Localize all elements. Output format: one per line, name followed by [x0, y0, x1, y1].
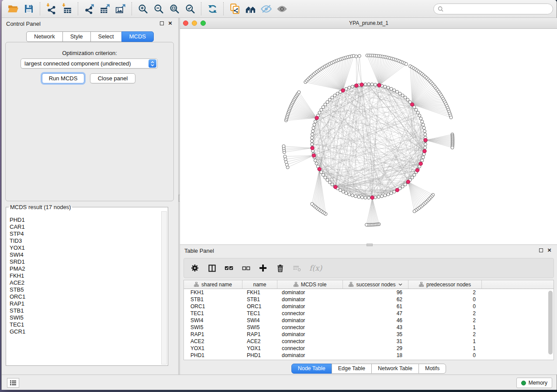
tab-mcds[interactable]: MCDS — [121, 31, 154, 42]
zoom-in-icon — [138, 3, 149, 14]
show-columns-icon[interactable] — [207, 263, 217, 273]
export-image-button[interactable] — [113, 1, 128, 16]
close-panel-button[interactable]: Close panel — [90, 73, 135, 83]
hide-annotations-button[interactable] — [258, 1, 274, 16]
mcds-result-item[interactable]: STB5 — [7, 286, 161, 293]
close-window-icon[interactable] — [183, 21, 188, 26]
memory-button[interactable]: Memory — [516, 378, 552, 388]
table-panel: Table Panel × — [180, 244, 557, 375]
table-panel-title: Table Panel — [184, 248, 214, 254]
zoom-out-button[interactable] — [151, 1, 166, 16]
column-header-successor-nodes[interactable]: successor nodes — [343, 280, 408, 289]
select-all-checkboxes-icon[interactable] — [224, 263, 234, 273]
table-row[interactable]: ORC1ORC1dominator610 — [184, 303, 554, 310]
column-header-MCDS-role[interactable]: MCDS role — [277, 280, 343, 289]
table-row[interactable]: SWI5SWI5connector431 — [184, 324, 554, 331]
cell-shared-name: ORC1 — [184, 303, 242, 310]
cell-successor-nodes: 46 — [343, 317, 408, 324]
mcds-result-item[interactable]: FKH1 — [7, 272, 161, 279]
table-toolbar: f(x) — [183, 258, 554, 278]
mcds-result-item[interactable]: CAR1 — [7, 224, 161, 230]
close-panel-icon[interactable]: × — [168, 21, 172, 25]
cell-name: PHD1 — [242, 352, 277, 359]
settings-gear-icon[interactable] — [190, 263, 200, 273]
mcds-result-title: MCDS result (17 nodes) — [9, 204, 72, 210]
delete-column-icon[interactable] — [275, 263, 285, 273]
export-network-button[interactable] — [81, 1, 97, 16]
mcds-result-item[interactable]: PMA2 — [7, 265, 161, 272]
float-panel-icon[interactable] — [539, 248, 543, 252]
memory-label: Memory — [529, 380, 547, 386]
criterion-select[interactable]: largest connected component (undirected) — [21, 58, 158, 69]
column-header-shared-name[interactable]: shared name — [184, 280, 242, 289]
tab-motifs[interactable]: Motifs — [419, 364, 446, 374]
first-neighbors-button[interactable] — [242, 1, 258, 16]
mcds-result-item[interactable]: SRD1 — [7, 258, 161, 265]
zoom-fit-button[interactable] — [166, 1, 182, 16]
table-row[interactable]: SWI4SWI4dominator462 — [184, 317, 554, 324]
table-row[interactable]: ACE2ACE2connector311 — [184, 338, 554, 345]
table-row[interactable]: TEC1TEC1connector472 — [184, 310, 554, 317]
table-row[interactable]: YOX1YOX1connector291 — [184, 345, 554, 352]
save-session-button[interactable] — [21, 1, 37, 16]
tab-edge-table[interactable]: Edge Table — [332, 364, 372, 374]
status-bar: Memory — [2, 375, 557, 390]
zoom-selected-button[interactable] — [182, 1, 198, 16]
table-row[interactable]: FKH1FKH1dominator962 — [184, 289, 554, 296]
mcds-result-item[interactable]: STP4 — [7, 230, 161, 237]
add-column-icon[interactable] — [258, 263, 268, 273]
maximize-window-icon[interactable] — [201, 21, 206, 26]
network-view-titlebar[interactable]: YPA_prune.txt_1 — [180, 18, 557, 29]
zoom-in-button[interactable] — [135, 1, 151, 16]
show-graphics-details-button[interactable] — [274, 1, 290, 16]
cell-predecessor-nodes: 2 — [408, 310, 482, 317]
import-network-button[interactable] — [43, 1, 59, 16]
column-header-name[interactable]: name — [242, 280, 277, 289]
refresh-view-button[interactable] — [204, 1, 220, 16]
mcds-result-item[interactable]: YOX1 — [7, 244, 161, 251]
mcds-result-item[interactable]: PHD1 — [7, 217, 161, 224]
task-history-button[interactable] — [7, 378, 19, 388]
tab-network-table[interactable]: Network Table — [371, 364, 419, 374]
criterion-selected-value: largest connected component (undirected) — [21, 60, 149, 67]
table-row[interactable]: RAP1RAP1dominator352 — [184, 331, 554, 338]
cell-name: STB1 — [242, 296, 277, 303]
duplicate-network-button[interactable] — [227, 1, 242, 16]
mcds-result-item[interactable]: ACE2 — [7, 279, 161, 286]
horizontal-splitter-handle[interactable] — [367, 244, 373, 246]
mcds-result-item[interactable]: ORC1 — [7, 293, 161, 300]
table-row[interactable]: PHD1PHD1dominator180 — [184, 352, 554, 359]
mcds-result-item[interactable]: TID3 — [7, 237, 161, 244]
tab-network[interactable]: Network — [26, 31, 63, 42]
export-table-button[interactable] — [97, 1, 113, 16]
mcds-result-scrollbar[interactable] — [161, 211, 167, 364]
tab-style[interactable]: Style — [62, 31, 91, 42]
table-scrollbar[interactable] — [547, 289, 553, 358]
float-panel-icon[interactable] — [160, 21, 164, 25]
mcds-result-item[interactable]: GCR1 — [7, 328, 161, 335]
mcds-result-item[interactable]: TEC1 — [7, 321, 161, 328]
column-header-predecessor-nodes[interactable]: predecessor nodes — [408, 280, 482, 289]
import-table-button[interactable] — [59, 1, 75, 16]
network-graph[interactable] — [180, 29, 557, 244]
search-input[interactable] — [446, 6, 549, 12]
mcds-result-item[interactable]: RAP1 — [7, 300, 161, 307]
table-scrollbar-thumb[interactable] — [548, 291, 553, 354]
eye-slash-icon — [260, 3, 272, 15]
mcds-result-item[interactable]: SWI4 — [7, 251, 161, 258]
run-mcds-button[interactable]: Run MCDS — [42, 73, 84, 83]
mcds-result-item[interactable]: STB1 — [7, 307, 161, 314]
close-panel-icon[interactable]: × — [547, 248, 551, 252]
minimize-window-icon[interactable] — [192, 21, 197, 26]
network-canvas[interactable] — [180, 29, 557, 244]
cell-predecessor-nodes: 0 — [408, 296, 482, 303]
toolbar-separator — [40, 2, 40, 15]
tab-node-table[interactable]: Node Table — [291, 364, 332, 374]
table-row[interactable]: STB1STB1dominator620 — [184, 296, 554, 303]
tab-select[interactable]: Select — [90, 31, 122, 42]
deselect-all-checkboxes-icon[interactable] — [241, 263, 251, 273]
cell-successor-nodes: 35 — [343, 331, 408, 338]
open-file-button[interactable] — [5, 1, 21, 16]
toolbar-separator — [131, 2, 132, 15]
mcds-result-item[interactable]: SWI5 — [7, 314, 161, 321]
